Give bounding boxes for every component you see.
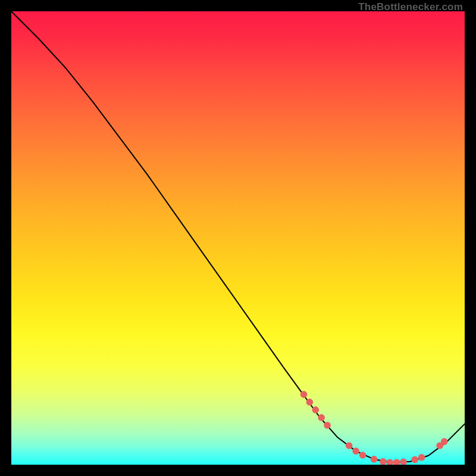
drag-handle[interactable] bbox=[387, 459, 394, 465]
chart-svg bbox=[11, 11, 465, 465]
plot-area bbox=[11, 11, 465, 465]
drag-handle[interactable] bbox=[411, 456, 418, 464]
drag-handle[interactable] bbox=[306, 399, 314, 406]
drag-handle[interactable] bbox=[418, 454, 425, 461]
drag-handle[interactable] bbox=[441, 438, 448, 445]
drag-handle[interactable] bbox=[312, 406, 320, 414]
drag-handle[interactable] bbox=[359, 452, 367, 459]
drag-handle[interactable] bbox=[346, 442, 353, 449]
drag-handle[interactable] bbox=[371, 456, 378, 463]
drag-handle[interactable] bbox=[400, 459, 407, 465]
bottleneck-curve bbox=[11, 11, 465, 462]
drag-handle[interactable] bbox=[352, 447, 359, 455]
chart-container: TheBottlenecker.com bbox=[0, 0, 476, 476]
drag-handle[interactable] bbox=[393, 459, 400, 465]
drag-handle[interactable] bbox=[324, 422, 331, 429]
drag-handles-group[interactable] bbox=[300, 391, 448, 465]
drag-handle[interactable] bbox=[380, 458, 387, 465]
drag-handle[interactable] bbox=[318, 414, 325, 421]
drag-handle[interactable] bbox=[300, 391, 308, 398]
